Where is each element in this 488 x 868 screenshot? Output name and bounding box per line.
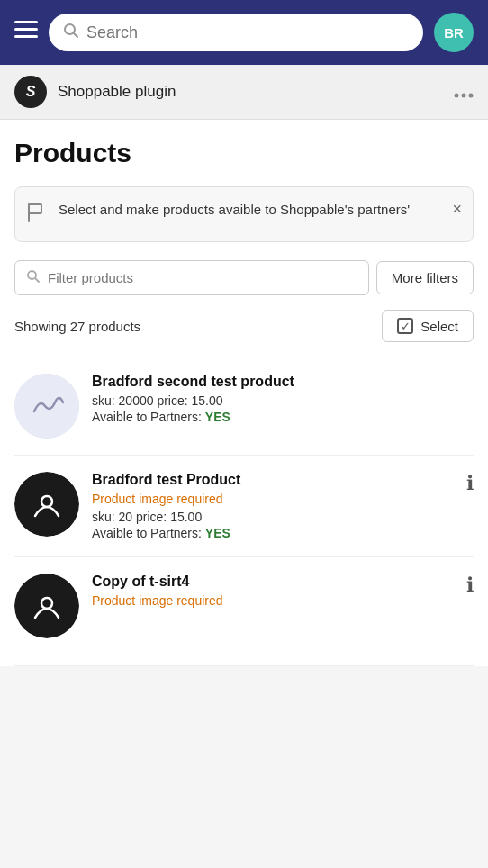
svg-rect-0 bbox=[14, 21, 38, 23]
table-row[interactable]: Bradford test Product ℹ Product image re… bbox=[14, 456, 474, 557]
product-name: Copy of t-sirt4 bbox=[92, 574, 474, 590]
select-button[interactable]: ✓ Select bbox=[382, 310, 474, 342]
banner-text: Select and make products avaible to Shop… bbox=[59, 200, 445, 220]
table-row[interactable]: Bradford second test product sku: 20000 … bbox=[14, 357, 474, 456]
svg-point-6 bbox=[462, 93, 466, 97]
info-banner: Select and make products avaible to Shop… bbox=[14, 186, 474, 242]
showing-count-text: Showing 27 products bbox=[14, 319, 140, 334]
more-options-button[interactable] bbox=[454, 82, 474, 103]
product-availability: Avaible to Partners: YES bbox=[92, 526, 474, 540]
product-thumbnail bbox=[14, 374, 79, 439]
main-content: Products Select and make products avaibl… bbox=[0, 120, 488, 666]
info-icon[interactable]: ℹ bbox=[466, 472, 474, 495]
product-sku-price: sku: 20 price: 15.00 bbox=[92, 510, 474, 524]
product-image-placeholder bbox=[14, 374, 79, 439]
search-magnifier-icon bbox=[63, 23, 79, 42]
product-thumbnail bbox=[14, 472, 79, 537]
plugin-name: Shoppable plugin bbox=[58, 83, 454, 101]
info-icon[interactable]: ℹ bbox=[466, 574, 474, 597]
hamburger-icon[interactable] bbox=[14, 21, 38, 44]
flag-icon bbox=[26, 202, 48, 229]
banner-close-button[interactable]: × bbox=[452, 200, 462, 219]
select-checkbox-icon: ✓ bbox=[397, 318, 413, 334]
product-info: Bradford test Product ℹ Product image re… bbox=[92, 472, 474, 540]
product-image-warning: Product image required bbox=[92, 492, 474, 506]
svg-line-11 bbox=[35, 278, 39, 282]
product-info: Bradford second test product sku: 20000 … bbox=[92, 374, 474, 424]
svg-point-5 bbox=[455, 93, 459, 97]
avatar[interactable]: BR bbox=[434, 13, 474, 52]
product-image-icon bbox=[14, 574, 79, 638]
more-filters-button[interactable]: More filters bbox=[376, 261, 474, 294]
product-sku-price: sku: 20000 price: 15.00 bbox=[92, 393, 474, 408]
product-list: Bradford second test product sku: 20000 … bbox=[14, 357, 474, 666]
svg-rect-2 bbox=[14, 35, 38, 38]
product-availability: Avaible to Partners: YES bbox=[92, 410, 474, 424]
product-image-icon bbox=[14, 472, 79, 537]
svg-rect-1 bbox=[14, 28, 38, 31]
plugin-logo: S bbox=[14, 76, 47, 108]
product-name: Bradford second test product bbox=[92, 374, 474, 390]
svg-point-7 bbox=[469, 93, 474, 97]
svg-line-4 bbox=[74, 33, 78, 38]
svg-point-12 bbox=[28, 485, 66, 523]
filter-search-icon bbox=[26, 269, 41, 286]
available-yes-badge: YES bbox=[205, 410, 230, 424]
product-name: Bradford test Product bbox=[92, 472, 474, 488]
table-row[interactable]: Copy of t-sirt4 ℹ Product image required bbox=[14, 557, 474, 666]
available-yes-badge: YES bbox=[205, 526, 230, 540]
plugin-header: S Shoppable plugin bbox=[0, 65, 488, 120]
product-thumbnail bbox=[14, 574, 79, 638]
filter-products-input[interactable] bbox=[48, 270, 357, 285]
svg-point-14 bbox=[28, 587, 66, 625]
svg-rect-8 bbox=[29, 204, 41, 213]
select-button-label: Select bbox=[420, 319, 458, 334]
search-bar[interactable] bbox=[49, 14, 423, 51]
plugin-logo-text: S bbox=[26, 84, 36, 100]
filter-row: More filters bbox=[14, 260, 474, 295]
showing-row: Showing 27 products ✓ Select bbox=[14, 310, 474, 342]
search-input[interactable] bbox=[86, 23, 409, 42]
page-title: Products bbox=[14, 138, 474, 168]
top-navigation: BR bbox=[0, 0, 488, 65]
product-info: Copy of t-sirt4 ℹ Product image required bbox=[92, 574, 474, 611]
product-image-warning: Product image required bbox=[92, 593, 474, 608]
filter-input-wrapper[interactable] bbox=[14, 260, 369, 295]
